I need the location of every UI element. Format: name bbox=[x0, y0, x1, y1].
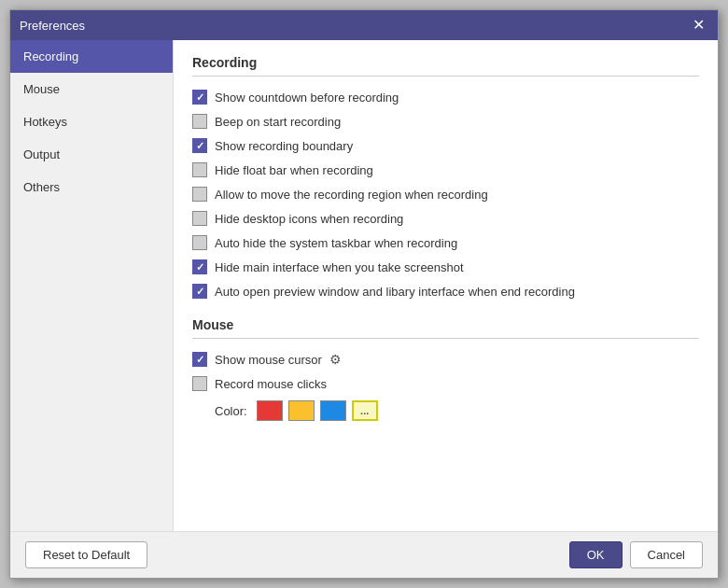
mouse-section-title: Mouse bbox=[192, 317, 699, 339]
option-beep: Beep on start recording bbox=[192, 114, 699, 129]
dialog-body: Recording Mouse Hotkeys Output Others Re… bbox=[10, 40, 718, 531]
color-swatch-yellow[interactable] bbox=[288, 400, 315, 421]
sidebar-item-others[interactable]: Others bbox=[10, 171, 173, 203]
checkbox-beep[interactable] bbox=[192, 114, 207, 129]
color-swatch-blue[interactable] bbox=[320, 400, 346, 421]
label-record-clicks: Record mouse clicks bbox=[215, 377, 327, 391]
ok-button[interactable]: OK bbox=[569, 541, 623, 568]
option-move-region: Allow to move the recording region when … bbox=[192, 187, 699, 202]
label-float-bar: Hide float bar when recording bbox=[215, 163, 373, 177]
option-preview-window: Auto open preview window and libary inte… bbox=[192, 284, 699, 299]
option-boundary: Show recording boundary bbox=[192, 138, 699, 153]
footer-right-buttons: OK Cancel bbox=[569, 541, 703, 568]
checkbox-record-clicks[interactable] bbox=[192, 376, 207, 391]
footer: Reset to Default OK Cancel bbox=[10, 531, 718, 578]
color-label: Color: bbox=[215, 404, 247, 418]
content-panel: Recording Show countdown before recordin… bbox=[174, 40, 718, 531]
checkbox-boundary[interactable] bbox=[192, 138, 207, 153]
checkbox-taskbar[interactable] bbox=[192, 235, 207, 250]
checkbox-float-bar[interactable] bbox=[192, 162, 207, 177]
sidebar-item-mouse[interactable]: Mouse bbox=[10, 73, 173, 105]
recording-section-title: Recording bbox=[192, 55, 699, 77]
checkbox-preview-window[interactable] bbox=[192, 284, 207, 299]
gear-icon[interactable]: ⚙ bbox=[329, 352, 342, 367]
cancel-button[interactable]: Cancel bbox=[630, 541, 703, 568]
sidebar-label-mouse: Mouse bbox=[23, 82, 60, 96]
checkbox-countdown[interactable] bbox=[192, 90, 207, 105]
mouse-section: Mouse Show mouse cursor ⚙ Record mouse c… bbox=[192, 317, 699, 421]
checkbox-show-cursor[interactable] bbox=[192, 352, 207, 367]
option-float-bar: Hide float bar when recording bbox=[192, 162, 699, 177]
label-countdown: Show countdown before recording bbox=[215, 91, 399, 105]
sidebar-item-recording[interactable]: Recording bbox=[10, 40, 173, 73]
label-desktop-icons: Hide desktop icons when recording bbox=[215, 212, 403, 226]
sidebar-label-others: Others bbox=[23, 180, 60, 194]
option-main-interface: Hide main interface when you take screen… bbox=[192, 259, 699, 274]
option-show-cursor: Show mouse cursor ⚙ bbox=[192, 352, 699, 367]
option-taskbar: Auto hide the system taskbar when record… bbox=[192, 235, 699, 250]
sidebar-label-recording: Recording bbox=[23, 49, 78, 63]
color-more-button[interactable]: ... bbox=[352, 400, 378, 421]
label-beep: Beep on start recording bbox=[215, 115, 341, 129]
label-boundary: Show recording boundary bbox=[215, 139, 353, 153]
color-swatch-red[interactable] bbox=[257, 400, 283, 421]
checkbox-desktop-icons[interactable] bbox=[192, 211, 207, 226]
label-move-region: Allow to move the recording region when … bbox=[215, 188, 488, 202]
color-row: Color: ... bbox=[215, 400, 699, 421]
title-bar: Preferences ✕ bbox=[10, 10, 718, 40]
sidebar-label-hotkeys: Hotkeys bbox=[23, 115, 67, 129]
checkbox-move-region[interactable] bbox=[192, 187, 207, 202]
reset-button[interactable]: Reset to Default bbox=[25, 541, 147, 568]
label-main-interface: Hide main interface when you take screen… bbox=[215, 260, 464, 274]
sidebar-item-hotkeys[interactable]: Hotkeys bbox=[10, 105, 173, 138]
option-record-clicks: Record mouse clicks bbox=[192, 376, 699, 391]
option-desktop-icons: Hide desktop icons when recording bbox=[192, 211, 699, 226]
option-countdown: Show countdown before recording bbox=[192, 90, 699, 105]
sidebar-label-output: Output bbox=[23, 147, 60, 161]
label-taskbar: Auto hide the system taskbar when record… bbox=[215, 236, 457, 250]
sidebar: Recording Mouse Hotkeys Output Others bbox=[10, 40, 174, 531]
label-show-cursor: Show mouse cursor bbox=[215, 353, 322, 367]
checkbox-main-interface[interactable] bbox=[192, 259, 207, 274]
preferences-dialog: Preferences ✕ Recording Mouse Hotkeys Ou… bbox=[9, 9, 719, 579]
label-preview-window: Auto open preview window and libary inte… bbox=[215, 285, 575, 299]
dialog-title: Preferences bbox=[20, 19, 85, 33]
sidebar-item-output[interactable]: Output bbox=[10, 138, 173, 171]
close-button[interactable]: ✕ bbox=[689, 18, 708, 33]
